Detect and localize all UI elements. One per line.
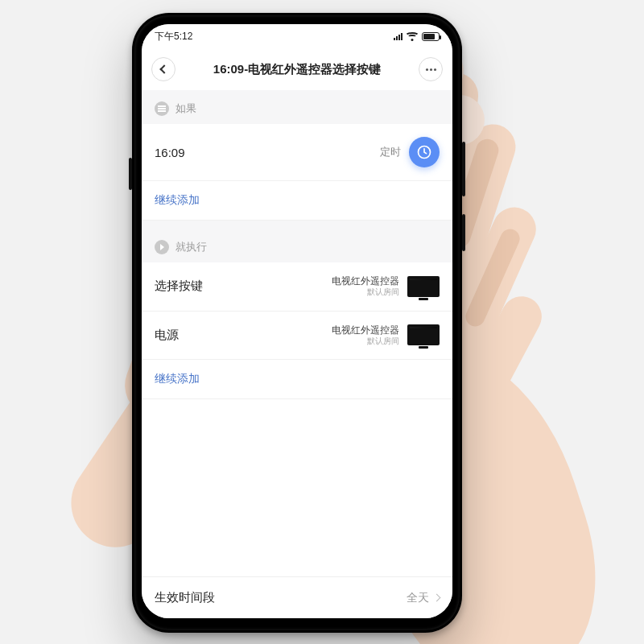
action-device-name: 电视红外遥控器 [332,275,399,287]
chevron-right-icon [433,594,441,602]
clock-icon [409,137,440,167]
status-bar: 下午5:12 [142,24,452,48]
then-label: 就执行 [175,240,207,254]
condition-time: 16:09 [155,146,380,159]
action-row[interactable]: 电源 电视红外遥控器 默认房间 [142,312,452,361]
back-button[interactable] [151,57,175,81]
if-add-more[interactable]: 继续添加 [142,181,452,221]
condition-row[interactable]: 16:09 定时 [142,124,452,181]
page-title: 16:09-电视红外遥控器选择按键 [213,62,381,77]
effective-period-row[interactable]: 生效时间段 全天 [142,576,452,618]
phone-frame: 下午5:12 16:09-电视红外遥控器选择按键 [132,13,462,633]
condition-type: 定时 [380,145,401,159]
then-add-more[interactable]: 继续添加 [142,360,452,399]
chevron-left-icon [159,64,168,73]
then-add-more-label: 继续添加 [155,372,200,386]
signal-icon [394,32,402,40]
arrow-icon [155,240,169,254]
tv-icon [407,324,440,345]
effective-period-label: 生效时间段 [155,590,215,605]
if-label: 如果 [175,101,196,116]
action-device-room: 默认房间 [332,336,399,347]
list-icon [155,101,169,116]
tv-icon [407,276,440,297]
action-title: 选择按键 [155,279,332,294]
if-section-header: 如果 [142,90,452,124]
action-title: 电源 [155,328,332,343]
if-add-more-label: 继续添加 [155,193,200,208]
action-row[interactable]: 选择按键 电视红外遥控器 默认房间 [142,262,452,312]
action-device-name: 电视红外遥控器 [332,324,399,336]
app-header: 16:09-电视红外遥控器选择按键 [142,48,452,90]
status-time: 下午5:12 [155,30,192,43]
effective-period-value: 全天 [407,591,429,605]
battery-icon [422,32,440,41]
more-button[interactable] [419,57,443,81]
more-icon [426,68,436,71]
phone-screen: 下午5:12 16:09-电视红外遥控器选择按键 [142,24,452,618]
wifi-icon [407,32,418,40]
then-section-header: 就执行 [142,229,452,262]
action-device-room: 默认房间 [332,287,399,298]
